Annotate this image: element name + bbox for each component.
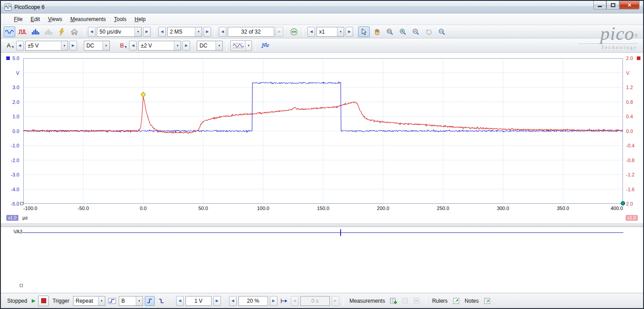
rulers-icon — [453, 298, 459, 304]
persistence-view-button[interactable] — [17, 26, 28, 37]
caret-down-icon: ▾ — [216, 41, 222, 50]
notes-label: Notes — [465, 298, 479, 304]
add-measurement-button[interactable] — [389, 296, 398, 306]
timebase-increase-button[interactable]: ▶ — [143, 27, 151, 37]
x-zoom-badge-right: x1.0 — [626, 215, 638, 221]
menu-measurements[interactable]: Measurements — [66, 15, 110, 24]
hand-tool-button[interactable] — [371, 26, 383, 37]
zoom-decrease-button[interactable]: ◀ — [307, 27, 315, 37]
channel-a-range-decrease-button[interactable]: ◀ — [16, 41, 24, 51]
channel-b-coupling-select[interactable]: DC ▾ — [197, 41, 223, 51]
right-axis-label: 0.0 — [626, 129, 633, 134]
arrow-right-icon: ▶ — [278, 30, 281, 34]
trigger-toolbar: Stopped ▶ Trigger Repeat ▾ B ▾ ◀ 1 V ▶ ◀… — [1, 293, 643, 308]
trigger-marker-diamond[interactable] — [141, 92, 146, 97]
trigger-source-select[interactable]: B ▾ — [119, 296, 143, 306]
channel-a-range-increase-button[interactable]: ▶ — [69, 41, 77, 51]
channel-a-offset-marker[interactable] — [20, 202, 23, 205]
scope-view-button[interactable] — [4, 26, 15, 37]
spectrum-view-button[interactable] — [30, 26, 41, 37]
pretrigger-decrease-button[interactable]: ◀ — [229, 296, 237, 306]
zoom-out-tool-button[interactable] — [410, 26, 422, 37]
channel-b-range-decrease-button[interactable]: ◀ — [129, 41, 137, 51]
caret-down-icon — [12, 46, 13, 48]
stop-button[interactable] — [38, 296, 49, 306]
rising-edge-button[interactable] — [145, 296, 155, 306]
arrow-right-icon: ▶ — [272, 299, 275, 303]
channel-a-coupling-select[interactable]: DC ▾ — [84, 41, 110, 51]
delete-measurement-icon — [414, 297, 420, 304]
arrow-left-icon: ◀ — [293, 299, 296, 303]
left-axis-label: 5.0 — [13, 56, 19, 61]
channel-a-range-select[interactable]: ±5 V ▾ — [25, 41, 68, 51]
overview-view-label: VA3 — [13, 229, 22, 234]
awg-editor-button[interactable] — [259, 40, 271, 51]
pretrigger-field[interactable]: 20 % — [238, 296, 268, 306]
signal-generator-button[interactable]: ▾ — [230, 40, 252, 51]
notes-button[interactable] — [482, 296, 492, 306]
x-axis-label: -50.0 — [78, 206, 89, 211]
menu-file[interactable]: File — [10, 15, 26, 24]
channel-b-axis-handle[interactable] — [637, 56, 640, 60]
buffer-overview-button[interactable] — [288, 26, 300, 37]
samples-select[interactable]: 2 MS ▾ — [167, 27, 202, 37]
window-zoom-tool-button[interactable] — [384, 26, 396, 37]
channel-a-options-button[interactable]: A — [5, 42, 15, 49]
menu-help[interactable]: Help — [130, 15, 150, 24]
right-axis-label: 2.0 — [626, 201, 633, 206]
channels-toolbar: A ◀ ±5 V ▾ ▶ DC ▾ B ◀ ±2 V ▾ ▶ DC ▾ — [1, 39, 643, 53]
close-button[interactable]: × — [619, 1, 640, 9]
view-splitter[interactable] — [1, 223, 643, 227]
advanced-trigger-button[interactable] — [107, 296, 117, 306]
start-button[interactable]: ▶ — [32, 298, 35, 304]
samples-increase-button[interactable]: ▶ — [203, 27, 211, 37]
overview-offset-handle[interactable] — [20, 284, 23, 287]
pretrigger-increase-button[interactable]: ▶ — [270, 296, 277, 306]
post-trigger-toggle-button[interactable] — [279, 296, 289, 306]
trigger-source-value: B — [119, 298, 136, 304]
samples-decrease-button[interactable]: ◀ — [158, 27, 166, 37]
zoom-full-button[interactable]: 100 — [436, 26, 448, 37]
channel-a-axis-handle[interactable] — [6, 56, 10, 60]
left-axis: 5.0V3.02.01.00.0-1.0-2.0-3.0-4.0-5.0 — [1, 58, 22, 204]
awg-output-marker[interactable] — [621, 201, 625, 206]
overview-panel[interactable]: VA3 — [1, 227, 643, 293]
menu-edit[interactable]: Edit — [26, 15, 44, 24]
zoom-in-tool-button[interactable] — [397, 26, 409, 37]
falling-edge-button[interactable] — [156, 296, 166, 306]
channel-b-options-button[interactable]: B — [119, 42, 128, 49]
overview-trigger-marker[interactable] — [340, 229, 341, 236]
normal-selection-tool-button[interactable] — [358, 26, 370, 37]
trigger-level-field[interactable]: 1 V — [186, 296, 212, 306]
alternate-view-button — [43, 26, 54, 37]
titlebar[interactable]: PicoScope 6 × — [1, 1, 643, 13]
zoom-select[interactable]: x1 ▾ — [316, 27, 344, 37]
menu-tools[interactable]: Tools — [110, 15, 130, 24]
timebase-decrease-button[interactable]: ◀ — [88, 27, 95, 37]
channel-b-label: B — [120, 42, 124, 49]
x-axis-label: 300.0 — [497, 206, 510, 211]
scope-plot[interactable] — [23, 58, 623, 204]
channel-b-range-select[interactable]: ±2 V ▾ — [138, 41, 181, 51]
trigger-level-increase-button[interactable]: ▶ — [213, 296, 221, 306]
minimize-button[interactable] — [593, 1, 606, 9]
timebase-select[interactable]: 50 µs/div ▾ — [97, 27, 142, 37]
x-axis-unit: µs — [22, 215, 28, 220]
trigger-mode-select[interactable]: Repeat ▾ — [73, 296, 105, 306]
rulers-button[interactable] — [451, 296, 461, 306]
zoom-increase-button[interactable]: ▶ — [346, 27, 353, 37]
maximize-button[interactable] — [606, 1, 619, 9]
channel-a-coupling-value: DC — [84, 43, 103, 49]
caption-buttons: × — [593, 1, 640, 9]
trigger-level-decrease-button[interactable]: ◀ — [176, 296, 184, 306]
arrow-left-icon: ◀ — [221, 30, 224, 34]
buffer-previous-button[interactable]: ◀ — [219, 27, 226, 37]
buffer-position-box[interactable]: 32 of 32 — [228, 27, 274, 37]
scope-graph-area[interactable]: 5.0V3.02.01.00.0-1.0-2.0-3.0-4.0-5.0 2.0… — [1, 53, 643, 223]
auto-setup-button[interactable] — [56, 26, 67, 37]
channel-b-range-increase-button[interactable]: ▶ — [182, 41, 190, 51]
x-axis-label: 400.0 — [610, 206, 623, 211]
home-button[interactable] — [69, 26, 80, 37]
menu-views[interactable]: Views — [44, 15, 66, 24]
x-axis: -100.0-50.00.050.0100.0150.0200.0250.030… — [23, 206, 623, 212]
